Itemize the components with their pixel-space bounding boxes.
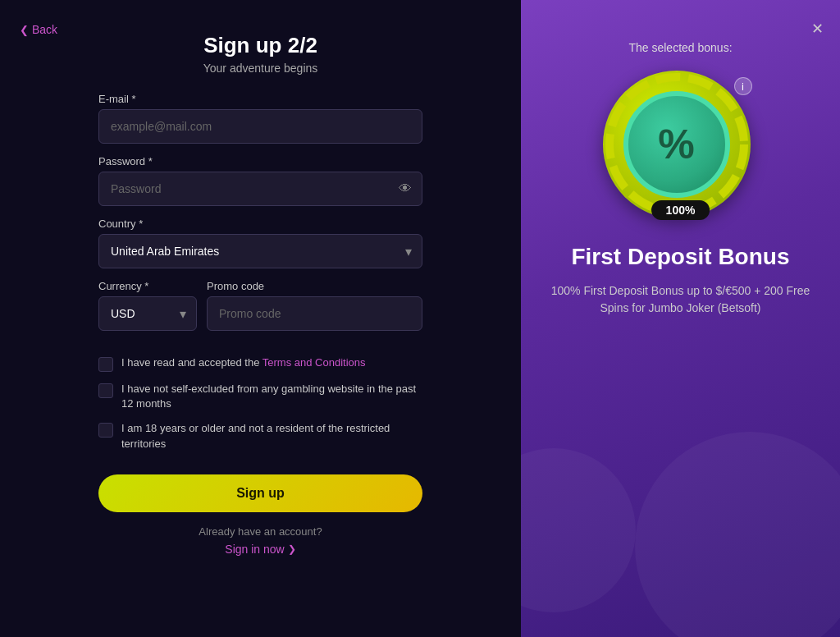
currency-promo-row: Currency * USD EUR GBP ▾ Promo code (98, 280, 422, 331)
email-label: E-mail * (98, 93, 422, 105)
bonus-coin: % (603, 71, 751, 218)
coin-badge: 100% (651, 200, 710, 220)
promo-group: Promo code (207, 280, 422, 331)
currency-select[interactable]: USD EUR GBP (98, 296, 197, 331)
bonus-coin-wrapper: % 100% i (603, 71, 759, 227)
right-panel: ✕ The selected bonus: % 100% i First Dep… (521, 0, 840, 637)
form-title: Sign up 2/2 (203, 33, 317, 58)
toggle-password-icon[interactable]: 👁 (399, 181, 412, 196)
close-button[interactable]: ✕ (811, 20, 824, 38)
password-group: Password * 👁 (98, 155, 422, 206)
terms-label: I have read and accepted the Terms and C… (121, 355, 366, 370)
email-group: E-mail * (98, 93, 422, 144)
age-checkbox[interactable] (98, 423, 113, 438)
terms-link[interactable]: Terms and Conditions (262, 356, 366, 369)
password-label: Password * (98, 155, 422, 167)
password-input[interactable] (98, 172, 422, 206)
terms-checkbox[interactable] (98, 357, 113, 372)
password-wrapper: 👁 (98, 172, 422, 206)
age-label: I am 18 years or older and not a residen… (121, 421, 422, 451)
left-panel: Back Sign up 2/2 Your adventure begins E… (0, 0, 521, 637)
back-button[interactable]: Back (20, 23, 57, 36)
currency-group: Currency * USD EUR GBP ▾ (98, 280, 197, 331)
country-select-wrapper: United Arab Emirates United States Unite… (98, 234, 422, 268)
promo-label: Promo code (207, 280, 422, 292)
self-exclude-checkbox[interactable] (98, 383, 113, 398)
sign-up-button[interactable]: Sign up (98, 474, 422, 512)
country-select[interactable]: United Arab Emirates United States Unite… (98, 234, 422, 268)
email-input[interactable] (98, 109, 422, 144)
self-exclude-label: I have not self-excluded from any gambli… (121, 382, 422, 411)
info-icon[interactable]: i (734, 77, 752, 95)
currency-select-wrapper: USD EUR GBP ▾ (98, 296, 197, 331)
sign-in-link[interactable]: Sign in now (225, 543, 295, 556)
age-checkbox-group: I am 18 years or older and not a residen… (98, 421, 422, 451)
form-subtitle: Your adventure begins (203, 62, 318, 75)
selected-bonus-label: The selected bonus: (628, 41, 732, 54)
country-label: Country * (98, 218, 422, 230)
bonus-title: First Deposit Bonus (571, 243, 789, 271)
self-exclude-checkbox-group: I have not self-excluded from any gambli… (98, 382, 422, 411)
coin-percent-symbol: % (658, 121, 694, 168)
bonus-description: 100% First Deposit Bonus up to $/€500 + … (546, 282, 815, 317)
currency-label: Currency * (98, 280, 197, 292)
already-account-text: Already have an account? (199, 525, 322, 538)
promo-input[interactable] (207, 296, 422, 331)
country-group: Country * United Arab Emirates United St… (98, 218, 422, 268)
terms-checkbox-group: I have read and accepted the Terms and C… (98, 355, 422, 372)
coin-inner: % (623, 91, 730, 198)
